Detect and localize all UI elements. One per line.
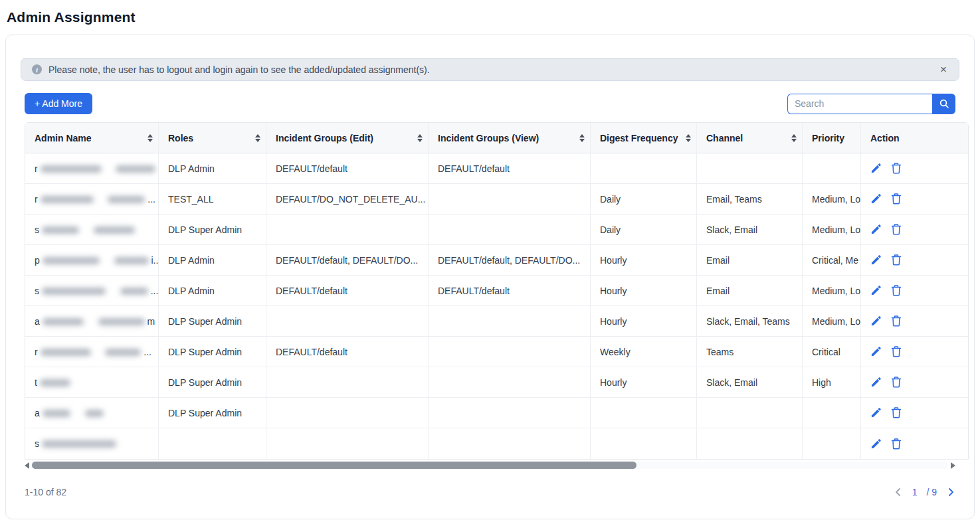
redacted-name-blur xyxy=(43,410,70,417)
add-more-button[interactable]: + Add More xyxy=(25,93,92,114)
edit-pencil-icon[interactable] xyxy=(870,377,882,388)
current-page[interactable]: 1 xyxy=(912,487,918,497)
banner-message: Please note, the user has to logout and … xyxy=(49,64,939,75)
edit-pencil-icon[interactable] xyxy=(870,438,882,450)
scroll-right-arrow-icon[interactable] xyxy=(951,462,955,469)
table-row: t DLP Super Admin Hourly Slack, Email Hi… xyxy=(25,367,968,398)
incident-groups-view-cell: DEFAULT/default xyxy=(428,276,590,306)
delete-trash-icon[interactable] xyxy=(891,407,902,418)
edit-pencil-icon[interactable] xyxy=(870,407,882,418)
next-page-icon[interactable] xyxy=(946,487,955,497)
redacted-name-blur xyxy=(42,226,79,234)
column-header-action[interactable]: Action xyxy=(860,123,968,153)
scrollbar-thumb[interactable] xyxy=(32,462,637,469)
delete-trash-icon[interactable] xyxy=(891,193,902,205)
incident-groups-view-cell xyxy=(428,367,590,398)
admin-name-cell: a m xyxy=(25,306,158,337)
column-header-roles[interactable]: Roles xyxy=(158,123,266,153)
priority-cell: Critical xyxy=(802,337,860,367)
priority-cell: High xyxy=(802,367,860,398)
admin-name-cell: r n xyxy=(25,153,158,184)
roles-cell: DLP Admin xyxy=(158,276,266,306)
redacted-name-blur xyxy=(41,196,94,203)
banner-close-icon[interactable]: × xyxy=(939,64,948,75)
admin-assignment-card: i Please note, the user has to logout an… xyxy=(5,35,975,519)
column-header-incident-groups-view-[interactable]: Incident Groups (View) xyxy=(428,123,590,153)
delete-trash-icon[interactable] xyxy=(891,163,902,174)
channel-cell xyxy=(696,428,802,459)
channel-cell: Teams xyxy=(696,337,802,367)
delete-trash-icon[interactable] xyxy=(891,315,902,327)
column-header-channel[interactable]: Channel xyxy=(696,123,802,153)
edit-pencil-icon[interactable] xyxy=(870,254,882,266)
table-row: r n DLP Admin DEFAULT/default DEFAULT/de… xyxy=(25,153,968,184)
edit-pencil-icon[interactable] xyxy=(870,315,882,327)
sort-icon[interactable] xyxy=(686,134,691,142)
action-cell xyxy=(860,184,968,215)
info-icon: i xyxy=(32,64,42,74)
roles-cell: DLP Super Admin xyxy=(158,215,266,245)
admin-name-cell: s ... xyxy=(25,276,158,306)
sort-icon[interactable] xyxy=(791,134,797,142)
redacted-name-blur xyxy=(43,318,84,325)
column-header-admin-name[interactable]: Admin Name xyxy=(25,123,158,153)
incident-groups-view-cell: DEFAULT/default xyxy=(428,153,590,184)
admin-name-cell: p i... xyxy=(25,245,158,276)
digest-frequency-cell: Hourly xyxy=(590,367,696,398)
admin-name-cell: r ... xyxy=(25,184,158,215)
roles-cell: DLP Super Admin xyxy=(158,398,266,428)
table-row: a m DLP Super Admin Hourly Slack, Email,… xyxy=(25,306,968,337)
admin-name-cell: t xyxy=(25,367,158,398)
sort-icon[interactable] xyxy=(147,134,153,142)
roles-cell xyxy=(158,428,266,459)
horizontal-scrollbar[interactable] xyxy=(25,461,955,470)
roles-cell: DLP Admin xyxy=(158,245,266,276)
edit-pencil-icon[interactable] xyxy=(870,224,882,235)
channel-cell xyxy=(696,398,802,428)
digest-frequency-cell: Hourly xyxy=(590,245,696,276)
search-button[interactable] xyxy=(932,94,955,114)
roles-cell: DLP Super Admin xyxy=(158,306,266,337)
info-banner: i Please note, the user has to logout an… xyxy=(21,58,959,81)
redacted-name-blur xyxy=(42,440,116,448)
channel-cell: Email xyxy=(696,276,802,306)
previous-page-icon[interactable] xyxy=(894,487,903,497)
action-cell xyxy=(860,428,968,459)
sort-icon[interactable] xyxy=(579,134,585,142)
channel-cell: Slack, Email, Teams xyxy=(696,306,802,337)
roles-cell: DLP Super Admin xyxy=(158,337,266,367)
edit-pencil-icon[interactable] xyxy=(870,193,882,205)
incident-groups-edit-cell: DEFAULT/default xyxy=(266,276,428,306)
sort-icon[interactable] xyxy=(417,134,423,142)
column-header-incident-groups-edit-[interactable]: Incident Groups (Edit) xyxy=(266,123,428,153)
delete-trash-icon[interactable] xyxy=(891,254,902,266)
roles-cell: DLP Super Admin xyxy=(158,367,266,398)
incident-groups-edit-cell: DEFAULT/default xyxy=(266,153,428,184)
digest-frequency-cell: Daily xyxy=(590,215,696,245)
table-row: r ... TEST_ALL DEFAULT/DO_NOT_DELETE_AU.… xyxy=(25,184,968,215)
edit-pencil-icon[interactable] xyxy=(870,163,882,174)
scroll-left-arrow-icon[interactable] xyxy=(25,462,29,469)
delete-trash-icon[interactable] xyxy=(891,224,902,235)
delete-trash-icon[interactable] xyxy=(891,285,902,296)
delete-trash-icon[interactable] xyxy=(891,438,902,450)
table-row: s DLP Super Admin Daily Slack, Email Med… xyxy=(25,215,968,245)
action-cell xyxy=(860,306,968,337)
redacted-name-blur xyxy=(85,410,104,417)
column-header-priority[interactable]: Priority xyxy=(802,123,860,153)
search-input[interactable] xyxy=(787,94,932,114)
admin-name-cell: s xyxy=(25,215,158,245)
edit-pencil-icon[interactable] xyxy=(870,346,882,357)
action-cell xyxy=(860,245,968,276)
priority-cell: Medium, Lo xyxy=(802,215,860,245)
table-row: p i... DLP Admin DEFAULT/default, DEFAUL… xyxy=(25,245,968,276)
scrollbar-track[interactable] xyxy=(32,462,948,469)
sort-icon[interactable] xyxy=(255,134,260,142)
edit-pencil-icon[interactable] xyxy=(870,285,882,296)
delete-trash-icon[interactable] xyxy=(891,377,902,388)
digest-frequency-cell xyxy=(590,428,696,459)
column-header-digest-frequency[interactable]: Digest Frequency xyxy=(590,123,696,153)
delete-trash-icon[interactable] xyxy=(891,346,902,357)
incident-groups-edit-cell: DEFAULT/default, DEFAULT/DO... xyxy=(266,245,428,276)
table-row: a DLP Super Admin xyxy=(25,398,968,428)
